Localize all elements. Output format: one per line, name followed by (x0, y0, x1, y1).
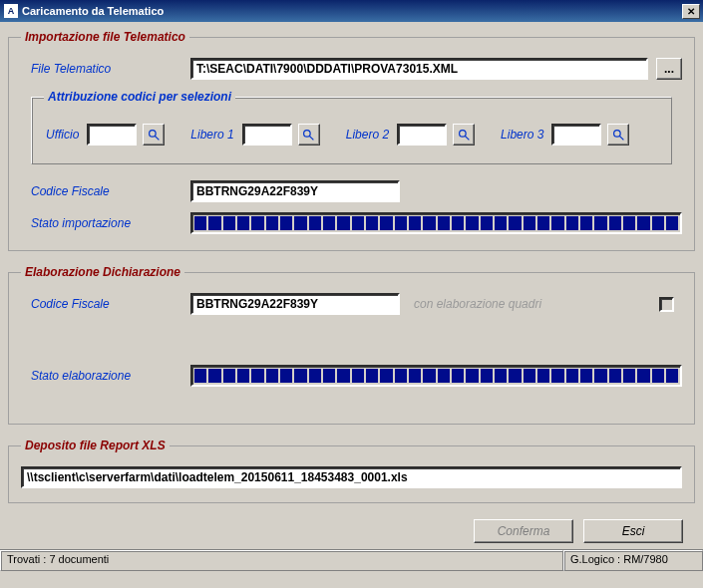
esci-button[interactable]: Esci (583, 519, 683, 543)
app-icon: A (4, 4, 18, 18)
window-title: Caricamento da Telematico (22, 5, 682, 17)
file-path-input[interactable] (190, 58, 648, 80)
browse-button[interactable]: ... (656, 58, 682, 80)
svg-line-1 (155, 136, 159, 140)
lib3-lookup-button[interactable] (607, 124, 629, 146)
svg-line-3 (310, 136, 314, 140)
svg-point-4 (459, 130, 466, 137)
status-bar: Trovati : 7 documenti G.Logico : RM/7980 (0, 549, 703, 571)
status-left: Trovati : 7 documenti (0, 550, 563, 571)
attrib-legend: Attribuzione codici per selezioni (44, 90, 235, 104)
elab-progress (190, 365, 682, 387)
svg-point-6 (614, 130, 621, 137)
import-progress (190, 212, 682, 234)
deposit-group: Deposito file Report XLS (8, 439, 695, 503)
lib2-lookup-button[interactable] (453, 124, 475, 146)
con-elab-label: con elaborazione quadri (414, 297, 541, 311)
close-button[interactable]: ✕ (682, 4, 700, 19)
conferma-button: Conferma (474, 519, 573, 543)
lib3-input[interactable] (551, 124, 601, 146)
elab-legend: Elaborazione Dichiarazione (21, 265, 184, 279)
attrib-group: Attribuzione codici per selezioni Uffici… (31, 90, 672, 164)
svg-line-7 (619, 136, 623, 140)
elab-cf-input[interactable] (190, 293, 400, 315)
deposit-path-input[interactable] (21, 466, 682, 488)
lib2-input[interactable] (397, 124, 447, 146)
con-elab-checkbox (659, 297, 674, 312)
magnifier-icon (612, 129, 625, 142)
lib1-input[interactable] (242, 124, 292, 146)
status-right: G.Logico : RM/7980 (563, 550, 703, 571)
lib1-label: Libero 1 (190, 128, 233, 142)
svg-point-0 (149, 130, 156, 137)
import-legend: Importazione file Telematico (21, 30, 189, 44)
import-stato-label: Stato importazione (31, 216, 190, 230)
lib1-lookup-button[interactable] (298, 124, 320, 146)
svg-line-5 (465, 136, 469, 140)
deposit-legend: Deposito file Report XLS (21, 439, 170, 452)
import-cf-input[interactable] (190, 180, 400, 202)
file-label: File Telematico (31, 62, 190, 76)
svg-point-2 (304, 130, 311, 137)
magnifier-icon (302, 129, 315, 142)
ufficio-input[interactable] (87, 124, 137, 146)
import-group: Importazione file Telematico File Telema… (8, 30, 695, 251)
import-cf-label: Codice Fiscale (31, 184, 190, 198)
lib3-label: Libero 3 (501, 128, 543, 142)
elab-stato-label: Stato elaborazione (31, 369, 190, 383)
title-bar: A Caricamento da Telematico ✕ (0, 0, 703, 22)
ufficio-lookup-button[interactable] (143, 124, 165, 146)
elab-group: Elaborazione Dichiarazione Codice Fiscal… (8, 265, 695, 425)
magnifier-icon (148, 129, 161, 142)
lib2-label: Libero 2 (346, 128, 389, 142)
magnifier-icon (458, 129, 471, 142)
elab-cf-label: Codice Fiscale (31, 297, 190, 311)
ufficio-label: Ufficio (46, 128, 79, 142)
